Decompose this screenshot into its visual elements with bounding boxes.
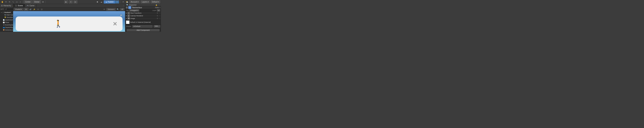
- grid-icon[interactable]: ⊞: [41, 0, 44, 3]
- search-scene-icon[interactable]: 🔍: [116, 8, 120, 11]
- object-name[interactable]: TitleInterface: [132, 7, 154, 8]
- tab-scene[interactable]: ⬛ Scene: [13, 4, 25, 7]
- image-icon: 🖼: [128, 17, 130, 20]
- component-row-canvas-renderer[interactable]: ▶ ◈ Canvas Renderer ⚙ ⋮: [125, 14, 161, 17]
- component-row-rect-transform[interactable]: ▶ ⊹ Rect Transform ⚙ ⋮: [125, 12, 161, 14]
- shading-mode-label: Shaded: [15, 8, 21, 10]
- scene-move-icon[interactable]: ✛: [102, 8, 106, 11]
- component-more-icon[interactable]: ⋮: [159, 12, 160, 14]
- shading-dropdown[interactable]: Shaded ▾: [14, 8, 23, 11]
- edit-label: Edit...: [155, 25, 159, 27]
- tree-item-eventsystem[interactable]: ⚙ EventSystem: [0, 24, 13, 26]
- component-arrow-icon: ▶: [126, 15, 127, 16]
- audio-icon[interactable]: 🔊: [29, 8, 32, 11]
- shader-select[interactable]: UI/Default: [132, 25, 152, 28]
- scene-tab-label: Scene: [18, 5, 23, 7]
- layer-visibility-icon[interactable]: ◫: [40, 8, 44, 11]
- component-name: Canvas Renderer: [130, 15, 156, 17]
- publish-button[interactable]: ▲ Publish: [104, 0, 115, 3]
- tree-item-zepeto-script[interactable]: 📄 ZepetoScriptContext: [0, 19, 13, 21]
- overlay-icon[interactable]: ⊙: [36, 8, 40, 11]
- loader-icon: 📦: [3, 29, 5, 31]
- global-button[interactable]: Global: [32, 0, 41, 3]
- tree-item-gesture[interactable]: ▼ ⬡ Gesture*: [0, 11, 13, 14]
- scale-tool-icon[interactable]: ⤡: [12, 0, 15, 3]
- object-type-icon: ▭: [128, 6, 131, 9]
- component-arrow-icon: ▶: [126, 12, 127, 14]
- move-tool-icon[interactable]: ✛: [4, 0, 8, 3]
- tree-label: EventSystem: [5, 24, 13, 26]
- cloud-icon[interactable]: ☁: [100, 0, 103, 3]
- hand-tool-icon[interactable]: ✋: [1, 0, 4, 3]
- hierarchy-content: ▼ ⬡ Gesture* 📷 Main Camera 💡 Directional…: [0, 11, 13, 32]
- static-arrow-icon[interactable]: ▾: [160, 7, 160, 8]
- tag-select[interactable]: Untagged ▾: [129, 9, 139, 12]
- material-swatch[interactable]: [126, 20, 130, 24]
- layer-value: UI: [158, 9, 160, 11]
- main-layout: ☰ Hierarchy 🔓 ⋮ + ▾ ▼ ⬡ Gesture* 📷 Main …: [0, 4, 161, 32]
- account-arrow-icon: ▾: [138, 1, 138, 3]
- game-tab-label: Game: [30, 5, 34, 7]
- transform-tool-icon[interactable]: ⊹: [19, 0, 22, 3]
- gizmos-dropdown[interactable]: Gizmos ▾: [106, 8, 116, 11]
- component-settings-icon[interactable]: ⚙: [157, 15, 158, 17]
- light-icon: 💡: [4, 16, 6, 18]
- component-name: Image: [130, 17, 156, 19]
- record-button[interactable]: ⏺: [96, 0, 99, 3]
- center-panel: ⬛ Scene 🎮 Game ⋮ Shaded ▾ 2D 🔊 ✨ ⊙ ◫ ✛: [13, 4, 125, 32]
- tab-game[interactable]: 🎮 Game: [25, 4, 36, 7]
- tree-item-dir-light[interactable]: 💡 Directional Light: [0, 16, 13, 19]
- inspector-more-icon[interactable]: ⋮: [158, 4, 160, 6]
- center-button[interactable]: Center: [24, 0, 32, 3]
- hierarchy-arrow-icon[interactable]: ▾: [2, 8, 3, 10]
- account-dropdown[interactable]: Account ▾: [130, 0, 140, 3]
- tree-label: Gesture*: [4, 11, 11, 13]
- component-arrow-icon: ▶: [126, 18, 127, 19]
- tree-label: ZepetoPlayers: [5, 26, 13, 28]
- component-settings-icon[interactable]: ⚙: [157, 12, 158, 14]
- pause-button[interactable]: ⏸: [69, 0, 73, 3]
- 2d-toggle[interactable]: 2D: [24, 8, 28, 11]
- rect-transform-icon: ⊹: [128, 12, 130, 14]
- account-label: Account: [131, 1, 137, 3]
- inspector-lock-icon[interactable]: 🔓: [156, 4, 158, 6]
- rotate-tool-icon[interactable]: ↻: [8, 0, 11, 3]
- hierarchy-icon: ☰: [1, 5, 3, 7]
- add-component-button[interactable]: Add Component: [127, 29, 160, 31]
- tabs-more-icon[interactable]: ⋮: [122, 5, 124, 7]
- sun-icon[interactable]: ☀: [122, 0, 125, 3]
- material-name: Default UI Material (Material): [130, 21, 160, 23]
- component-more-icon[interactable]: ⋮: [159, 17, 160, 19]
- step-button[interactable]: ⏭: [74, 0, 78, 3]
- gizmos-label: Gizmos: [108, 8, 113, 10]
- tree-item-gesture-obj[interactable]: ▼ ⬡ Gesture: [0, 31, 13, 32]
- shader-label: Shader: [126, 25, 131, 27]
- component-more-icon[interactable]: ⋮: [159, 15, 160, 17]
- obj-icon: ⬡: [4, 31, 6, 32]
- material-info: Default UI Material (Material): [130, 21, 160, 23]
- cloud2-icon[interactable]: ⛅: [126, 0, 129, 3]
- tree-item-gesture-loader[interactable]: 📦 GestureLoader: [0, 29, 13, 31]
- center-label: Center: [25, 1, 30, 3]
- rect-tool-icon[interactable]: ▭: [15, 0, 18, 3]
- effects-icon[interactable]: ✨: [33, 8, 36, 11]
- tree-item-main-camera[interactable]: 📷 Main Camera: [0, 14, 13, 16]
- tree-item-zepeto-players[interactable]: 👥 ZepetoPlayers: [0, 26, 13, 29]
- tree-item-plane[interactable]: ⬜ Plane: [0, 21, 13, 24]
- default-dropdown[interactable]: Default ▾: [150, 0, 160, 3]
- default-arrow-icon: ▾: [158, 1, 159, 3]
- hierarchy-add-icon[interactable]: +: [1, 8, 2, 10]
- layer-select[interactable]: UI: [157, 9, 160, 12]
- component-row-image[interactable]: ▶ 🖼 Image ⚙ ⋮: [125, 17, 161, 20]
- camera-icon: 📷: [4, 14, 6, 16]
- object-active-checkbox[interactable]: ✓: [126, 7, 128, 8]
- play-button[interactable]: ▶: [64, 0, 68, 3]
- tag-label: Tag: [126, 9, 129, 11]
- publish-dropdown-button[interactable]: ▾: [115, 0, 119, 3]
- scene-toolbar: Shaded ▾ 2D 🔊 ✨ ⊙ ◫ ✛ Gizmos ▾ 🔍 All: [13, 7, 125, 11]
- all-dropdown[interactable]: All: [120, 8, 124, 11]
- edit-button[interactable]: Edit...: [154, 25, 160, 28]
- layers-dropdown[interactable]: Layers ▾: [140, 0, 150, 3]
- scene-viewport[interactable]: ✛ 🚶 ✕: [13, 11, 125, 32]
- component-settings-icon[interactable]: ⚙: [157, 17, 158, 19]
